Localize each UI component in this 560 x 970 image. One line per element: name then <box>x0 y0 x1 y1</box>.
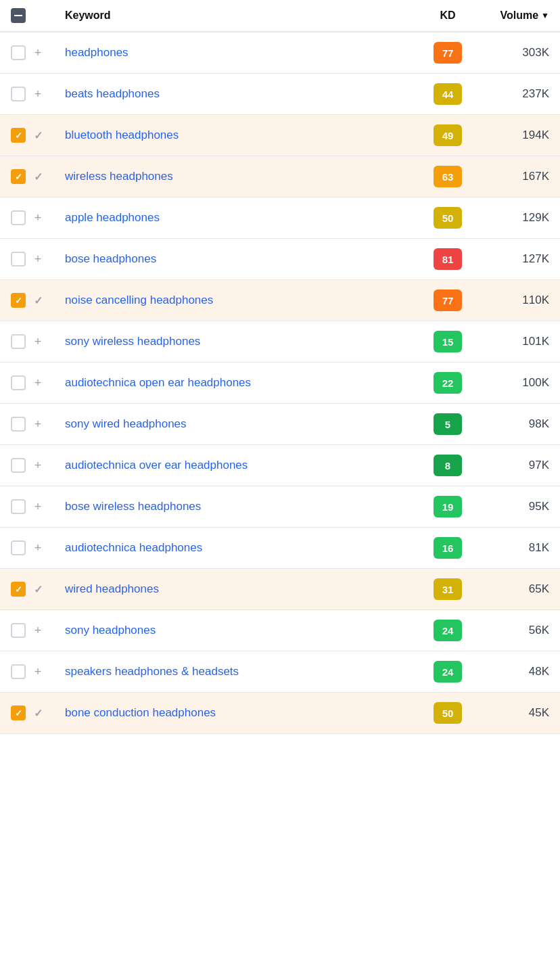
kd-badge: 8 <box>421 455 475 476</box>
row-checkbox[interactable] <box>11 664 26 679</box>
volume-value: 237K <box>475 87 549 101</box>
row-action-button[interactable]: ✓ <box>31 294 45 307</box>
volume-value: 127K <box>475 252 549 266</box>
table-row: + bose headphones 81 127K <box>0 239 560 280</box>
volume-value: 48K <box>475 665 549 678</box>
volume-value: 98K <box>475 417 549 431</box>
row-action-button[interactable]: + <box>31 500 45 513</box>
row-checkbox[interactable] <box>11 45 26 60</box>
row-left-controls: ✓ <box>11 293 65 308</box>
keyword-link[interactable]: bone conduction headphones <box>65 706 421 720</box>
row-checkbox[interactable] <box>11 169 26 184</box>
checkmark-icon: ✓ <box>34 129 43 142</box>
table-row: + bose wireless headphones 19 95K <box>0 486 560 528</box>
row-checkbox[interactable] <box>11 417 26 432</box>
rows-container: + headphones 77 303K + beats headphones … <box>0 32 560 734</box>
kd-badge: 15 <box>421 331 475 352</box>
plus-icon: + <box>34 459 42 471</box>
keyword-link[interactable]: headphones <box>65 46 421 60</box>
row-checkbox[interactable] <box>11 252 26 267</box>
kd-value: 16 <box>434 537 462 559</box>
row-checkbox[interactable] <box>11 623 26 638</box>
keyword-link[interactable]: sony headphones <box>65 624 421 637</box>
volume-value: 167K <box>475 170 549 183</box>
plus-icon: + <box>34 88 42 100</box>
row-left-controls: + <box>11 417 65 432</box>
keyword-link[interactable]: audiotechnica over ear headphones <box>65 459 421 472</box>
keyword-link[interactable]: noise cancelling headphones <box>65 294 421 307</box>
kd-value: 15 <box>434 331 462 352</box>
table-row: + audiotechnica open ear headphones 22 1… <box>0 363 560 404</box>
row-action-button[interactable]: + <box>31 624 45 637</box>
row-left-controls: + <box>11 458 65 473</box>
kd-value: 77 <box>434 290 462 311</box>
row-checkbox[interactable] <box>11 582 26 597</box>
table-row: + audiotechnica over ear headphones 8 97… <box>0 445 560 486</box>
row-action-button[interactable]: + <box>31 211 45 225</box>
row-checkbox[interactable] <box>11 458 26 473</box>
kd-value: 24 <box>434 620 462 641</box>
row-left-controls: + <box>11 623 65 638</box>
kd-value: 81 <box>434 248 462 270</box>
kd-value: 77 <box>434 42 462 64</box>
keyword-link[interactable]: bluetooth headphones <box>65 129 421 142</box>
keyword-link[interactable]: sony wireless headphones <box>65 335 421 348</box>
row-action-button[interactable]: ✓ <box>31 706 45 720</box>
table-row: ✓ wired headphones 31 65K <box>0 569 560 610</box>
row-action-button[interactable]: + <box>31 335 45 348</box>
volume-column-header[interactable]: Volume ▼ <box>475 9 549 22</box>
row-action-button[interactable]: ✓ <box>31 170 45 183</box>
row-action-button[interactable]: + <box>31 459 45 472</box>
row-left-controls: + <box>11 45 65 60</box>
keyword-link[interactable]: wired headphones <box>65 582 421 596</box>
keyword-link[interactable]: apple headphones <box>65 211 421 225</box>
keyword-link[interactable]: audiotechnica headphones <box>65 541 421 555</box>
table-row: ✓ noise cancelling headphones 77 110K <box>0 280 560 321</box>
deselect-all-button[interactable] <box>11 8 26 23</box>
volume-value: 110K <box>475 294 549 307</box>
volume-value: 97K <box>475 459 549 472</box>
table-row: + audiotechnica headphones 16 81K <box>0 528 560 569</box>
sort-arrow-icon: ▼ <box>541 11 549 20</box>
plus-icon: + <box>34 418 42 430</box>
row-checkbox[interactable] <box>11 499 26 514</box>
row-action-button[interactable]: + <box>31 376 45 390</box>
row-checkbox[interactable] <box>11 540 26 555</box>
row-action-button[interactable]: ✓ <box>31 129 45 142</box>
volume-value: 303K <box>475 46 549 60</box>
row-checkbox[interactable] <box>11 128 26 143</box>
table-row: ✓ wireless headphones 63 167K <box>0 156 560 198</box>
kd-value: 44 <box>434 83 462 105</box>
row-checkbox[interactable] <box>11 706 26 720</box>
row-action-button[interactable]: + <box>31 665 45 678</box>
row-checkbox[interactable] <box>11 334 26 349</box>
plus-icon: + <box>34 501 42 513</box>
keyword-column-header: Keyword <box>65 9 421 22</box>
row-action-button[interactable]: + <box>31 46 45 60</box>
row-action-button[interactable]: + <box>31 252 45 266</box>
kd-badge: 31 <box>421 578 475 600</box>
kd-badge: 5 <box>421 413 475 435</box>
table-header: Keyword KD Volume ▼ <box>0 0 560 32</box>
keyword-link[interactable]: sony wired headphones <box>65 417 421 431</box>
table-row: ✓ bluetooth headphones 49 194K <box>0 115 560 156</box>
row-action-button[interactable]: + <box>31 541 45 555</box>
row-action-button[interactable]: + <box>31 417 45 431</box>
row-left-controls: ✓ <box>11 169 65 184</box>
row-checkbox[interactable] <box>11 293 26 308</box>
row-checkbox[interactable] <box>11 210 26 225</box>
kd-badge: 24 <box>421 620 475 641</box>
kd-value: 19 <box>434 496 462 517</box>
keyword-link[interactable]: wireless headphones <box>65 170 421 183</box>
row-action-button[interactable]: ✓ <box>31 582 45 596</box>
keyword-link[interactable]: beats headphones <box>65 87 421 101</box>
row-left-controls: + <box>11 375 65 390</box>
keyword-link[interactable]: bose wireless headphones <box>65 500 421 513</box>
row-checkbox[interactable] <box>11 375 26 390</box>
row-action-button[interactable]: + <box>31 87 45 101</box>
keyword-link[interactable]: audiotechnica open ear headphones <box>65 376 421 390</box>
row-left-controls: + <box>11 499 65 514</box>
keyword-link[interactable]: bose headphones <box>65 252 421 266</box>
keyword-link[interactable]: speakers headphones & headsets <box>65 665 421 678</box>
row-checkbox[interactable] <box>11 87 26 101</box>
